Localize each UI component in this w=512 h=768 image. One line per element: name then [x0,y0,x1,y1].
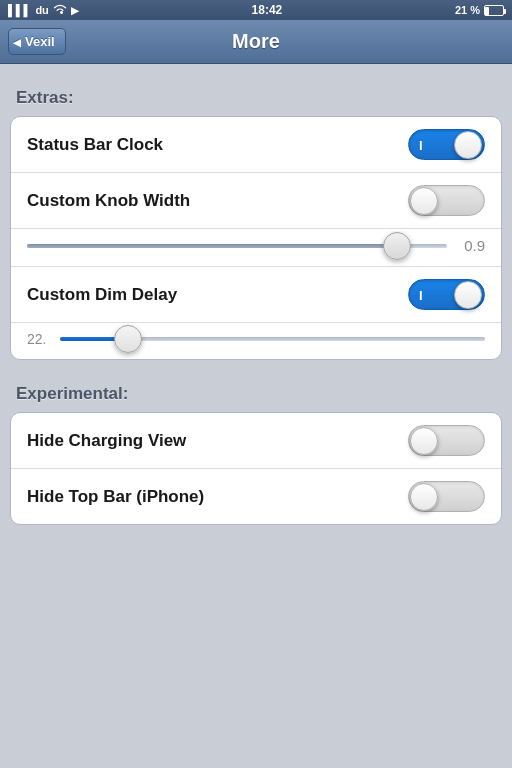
arrow-icon: ▶ [71,5,79,16]
section-extras-label: Extras: [0,80,512,116]
toggle-knob-off [410,187,438,215]
toggle-knob [454,131,482,159]
toggle-knob-topbar [410,483,438,511]
row-custom-dim-delay: Custom Dim Delay I [11,267,501,323]
nav-title: More [232,30,280,53]
hide-charging-view-toggle[interactable] [408,425,485,456]
knob-slider-fill [27,244,397,248]
knob-slider-row: 0.9 [11,229,501,267]
extras-card: Status Bar Clock I Custom Knob Width 0.9 [10,116,502,360]
row-hide-charging-view: Hide Charging View [11,413,501,469]
experimental-card: Hide Charging View Hide Top Bar (iPhone) [10,412,502,525]
battery-icon [484,5,504,16]
row-custom-knob-width: Custom Knob Width [11,173,501,229]
content-area: Extras: Status Bar Clock I Custom Knob W… [0,64,512,768]
battery-label: 21 % [455,4,480,16]
custom-dim-delay-toggle[interactable]: I [408,279,485,310]
row-hide-top-bar: Hide Top Bar (iPhone) [11,469,501,524]
custom-knob-width-label: Custom Knob Width [27,191,190,211]
signal-icon: ▌▌▌ [8,4,31,16]
knob-slider-value: 0.9 [455,237,485,254]
wifi-icon [53,3,67,17]
dim-slider-thumb[interactable] [114,325,142,353]
status-left: ▌▌▌ du ▶ [8,3,79,17]
toggle-on-label-dim: I [419,287,423,302]
status-right: 21 % [455,4,504,16]
status-bar-clock-label: Status Bar Clock [27,135,163,155]
section-experimental-label: Experimental: [0,376,512,412]
knob-slider-thumb[interactable] [383,232,411,260]
status-bar: ▌▌▌ du ▶ 18:42 21 % [0,0,512,20]
hide-top-bar-toggle[interactable] [408,481,485,512]
status-bar-clock-toggle[interactable]: I [408,129,485,160]
toggle-on-label: I [419,137,423,152]
knob-slider-container: 0.9 [27,237,485,254]
time-display: 18:42 [252,3,283,17]
back-button-label[interactable]: Vexil [8,28,66,55]
back-button[interactable]: Vexil [8,28,66,55]
custom-dim-delay-label: Custom Dim Delay [27,285,177,305]
dim-slider-left-value: 22. [27,331,52,347]
hide-charging-view-label: Hide Charging View [27,431,186,451]
toggle-knob-dim [454,281,482,309]
toggle-knob-charging [410,427,438,455]
nav-bar: Vexil More [0,20,512,64]
custom-knob-width-toggle[interactable] [408,185,485,216]
dim-slider-container: 22. [27,331,485,347]
dim-slider-row: 22. [11,323,501,359]
knob-slider-track[interactable] [27,244,447,248]
row-status-bar-clock: Status Bar Clock I [11,117,501,173]
carrier-label: du [35,4,48,16]
hide-top-bar-label: Hide Top Bar (iPhone) [27,487,204,507]
dim-slider-track[interactable] [60,337,485,341]
